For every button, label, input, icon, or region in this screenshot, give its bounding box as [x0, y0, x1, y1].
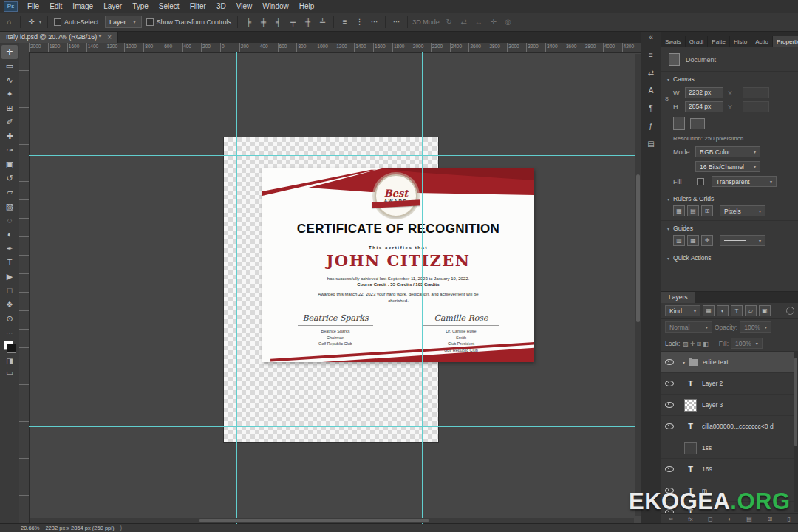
- character-panel-icon[interactable]: A: [644, 85, 658, 96]
- lock-position-icon[interactable]: ✛: [689, 341, 696, 347]
- filter-adjustment-layers-icon[interactable]: ◐: [717, 305, 729, 316]
- distribute-horizontal-icon[interactable]: ≡: [338, 18, 351, 26]
- grid-toggle-icon[interactable]: ▤: [687, 205, 699, 216]
- vertical-ruler[interactable]: [19, 52, 30, 524]
- rectangular-marquee-tool[interactable]: ▭: [1, 59, 18, 73]
- status-options-icon[interactable]: ⟩: [120, 525, 122, 531]
- layer-visibility-toggle[interactable]: [661, 459, 678, 480]
- certificate-artwork[interactable]: Best AWARD CERTIFICATE OF RECOGNITION Th…: [262, 168, 534, 362]
- screen-mode-icon[interactable]: ▭: [4, 369, 16, 377]
- layer-row[interactable]: Tcilla000000...ccccccc<0 d: [661, 416, 798, 437]
- link-dimensions-icon[interactable]: 8: [665, 95, 669, 103]
- canvas-viewport[interactable]: Best AWARD CERTIFICATE OF RECOGNITION Th…: [29, 52, 641, 524]
- show-transform-controls-checkbox[interactable]: [146, 18, 154, 26]
- blur-tool[interactable]: ◌: [1, 214, 18, 228]
- collapse-panels-icon[interactable]: «: [649, 33, 653, 41]
- align-top-icon[interactable]: ╤: [287, 18, 299, 26]
- guides-section-header[interactable]: ▾ Guides: [661, 220, 798, 235]
- align-center-horizontal-icon[interactable]: ╪: [257, 18, 270, 26]
- layer-visibility-toggle[interactable]: [661, 373, 678, 394]
- align-right-icon[interactable]: ╡: [272, 18, 284, 26]
- paragraph-panel-icon[interactable]: ¶: [644, 103, 658, 114]
- panel-tab-actio[interactable]: Actio: [751, 36, 773, 47]
- eraser-tool[interactable]: ▱: [1, 185, 18, 200]
- hand-tool[interactable]: ❖: [1, 298, 18, 312]
- chevron-down-icon[interactable]: ▾: [683, 360, 685, 365]
- layer-row[interactable]: Layer 3: [661, 395, 798, 416]
- layer-row[interactable]: TLayer 2: [661, 373, 798, 395]
- menu-item-file[interactable]: File: [22, 1, 44, 12]
- filter-pixel-layers-icon[interactable]: ▦: [703, 305, 715, 316]
- units-select[interactable]: Pixels ▾: [720, 205, 765, 216]
- horizontal-ruler[interactable]: 2000180016001400120010008006004002000200…: [29, 43, 641, 53]
- ruler-toggle-icon[interactable]: ▦: [673, 205, 685, 216]
- move-tool[interactable]: ✛: [1, 45, 18, 59]
- menu-item-edit[interactable]: Edit: [44, 1, 67, 12]
- gradient-tool[interactable]: ▨: [1, 200, 18, 214]
- portrait-orientation-icon[interactable]: [673, 117, 685, 130]
- close-icon[interactable]: ×: [107, 33, 112, 41]
- scrollbar-thumb[interactable]: [636, 174, 640, 322]
- filter-type-layers-icon[interactable]: T: [731, 305, 743, 316]
- history-brush-tool[interactable]: ↺: [1, 171, 18, 185]
- auto-select-checkbox[interactable]: [54, 18, 61, 26]
- document-tab[interactable]: Italy id.psd @ 20.7% (RGB/16) * ×: [0, 31, 118, 43]
- panel-tab-patte[interactable]: Patte: [708, 36, 730, 47]
- new-group-icon[interactable]: ▤: [746, 516, 752, 522]
- more-options-icon[interactable]: ⋯: [390, 18, 403, 26]
- filter-shape-layers-icon[interactable]: ▱: [745, 305, 757, 316]
- auto-select-target-select[interactable]: Layer ▾: [105, 16, 142, 28]
- scrollbar-thumb[interactable]: [200, 519, 429, 522]
- lock-artboard-icon[interactable]: ⊞: [696, 341, 703, 347]
- horizontal-scrollbar[interactable]: [30, 518, 634, 523]
- glyphs-panel-icon[interactable]: ƒ: [644, 120, 658, 132]
- menu-item-window[interactable]: Window: [257, 1, 294, 12]
- scrollbar-thumb[interactable]: [794, 358, 797, 446]
- opacity-field[interactable]: 100% ▾: [740, 321, 771, 332]
- layer-filter-select[interactable]: Kind ▾: [665, 305, 700, 316]
- filter-toggle-icon[interactable]: [786, 307, 794, 315]
- layer-fill-field[interactable]: 100% ▾: [731, 338, 763, 349]
- guide-style-select[interactable]: ▾: [720, 235, 765, 246]
- zoom-level-field[interactable]: 20.66%: [21, 525, 39, 531]
- foreground-background-colors[interactable]: [4, 341, 16, 353]
- vertical-scrollbar[interactable]: [635, 54, 641, 516]
- zoom-tool[interactable]: ⊙: [1, 312, 18, 326]
- panel-tab-properties[interactable]: Properties: [773, 36, 798, 47]
- fill-select[interactable]: Transparent ▾: [712, 176, 777, 187]
- canvas-section-header[interactable]: ▾ Canvas: [661, 71, 798, 86]
- healing-brush-tool[interactable]: ✚: [1, 129, 18, 143]
- bit-depth-select[interactable]: 16 Bits/Channel ▾: [695, 161, 760, 172]
- dodge-tool[interactable]: ◐: [1, 228, 18, 242]
- quick-actions-section-header[interactable]: ▾ Quick Actions: [661, 250, 798, 265]
- layer-visibility-toggle[interactable]: [661, 416, 678, 437]
- link-layers-icon[interactable]: ∞: [669, 516, 673, 522]
- distribute-vertical-icon[interactable]: ⋮: [353, 18, 366, 26]
- adjustment-layer-icon[interactable]: ◐: [728, 516, 732, 522]
- clone-stamp-tool[interactable]: ▣: [1, 157, 18, 171]
- distribute-spacing-icon[interactable]: ⋯: [368, 18, 381, 26]
- layer-visibility-toggle[interactable]: [661, 437, 678, 458]
- ruler-origin-corner[interactable]: [19, 43, 30, 53]
- menu-item-select[interactable]: Select: [154, 1, 185, 12]
- layers-scrollbar[interactable]: [794, 351, 798, 512]
- panel-tab-gradi[interactable]: Gradi: [686, 36, 709, 47]
- eyedropper-tool[interactable]: ✐: [1, 115, 18, 129]
- crop-tool[interactable]: ⊞: [1, 101, 18, 115]
- layer-mask-icon[interactable]: ◻: [708, 516, 713, 522]
- brush-tool[interactable]: ✑: [1, 143, 18, 157]
- path-selection-tool[interactable]: ▶: [1, 270, 18, 284]
- lock-transparency-icon[interactable]: ▨: [682, 341, 689, 347]
- snap-toggle-icon[interactable]: ⊞: [701, 205, 713, 216]
- edit-toolbar-icon[interactable]: ⋯: [4, 329, 16, 337]
- menu-item-image[interactable]: Image: [67, 1, 98, 12]
- rulers-grids-section-header[interactable]: ▾ Rulers & Grids: [661, 191, 798, 205]
- lasso-tool[interactable]: ∿: [1, 73, 18, 87]
- vertical-guide[interactable]: [236, 52, 237, 524]
- panel-tab-histo[interactable]: Histo: [730, 36, 751, 47]
- quick-selection-tool[interactable]: ✦: [1, 87, 18, 101]
- move-tool-options-icon[interactable]: ✛: [25, 18, 38, 26]
- clone-source-panel-icon[interactable]: ⇄: [644, 67, 658, 78]
- libraries-panel-icon[interactable]: ▤: [644, 138, 658, 149]
- layer-row[interactable]: ▾edite text: [661, 352, 798, 373]
